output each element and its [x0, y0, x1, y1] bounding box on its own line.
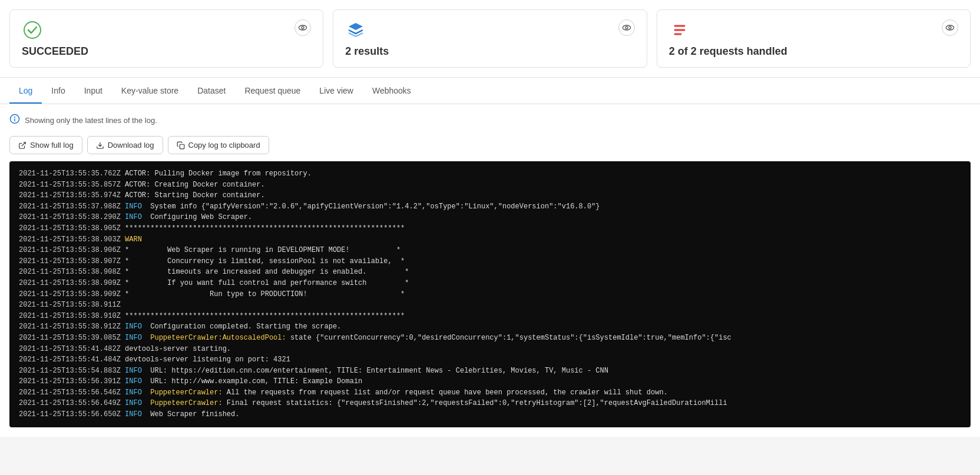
svg-point-9 — [946, 25, 953, 30]
log-line: 2021-11-25T13:55:56.650Z INFO Web Scrape… — [19, 409, 961, 420]
log-actions: Show full log Download log Copy log to c… — [9, 136, 971, 154]
log-line: 2021-11-25T13:55:56.546Z INFO PuppeteerC… — [19, 387, 961, 398]
svg-point-5 — [625, 26, 628, 29]
log-line: 2021-11-25T13:55:37.988Z INFO System inf… — [19, 201, 961, 212]
requests-label: 2 of 2 requests handled — [669, 45, 958, 58]
layers-icon — [345, 19, 366, 41]
info-banner-text: Showing only the latest lines of the log… — [25, 116, 157, 125]
log-line: 2021-11-25T13:55:56.649Z INFO PuppeteerC… — [19, 398, 961, 409]
log-line: 2021-11-25T13:55:54.883Z INFO URL: https… — [19, 366, 961, 377]
tab-dataset[interactable]: Dataset — [188, 78, 235, 104]
log-line: 2021-11-25T13:55:41.484Z devtools-server… — [19, 354, 961, 366]
tab-request-queue[interactable]: Request queue — [235, 78, 310, 104]
svg-marker-3 — [349, 23, 363, 30]
tab-info[interactable]: Info — [42, 78, 74, 104]
log-line: 2021-11-25T13:55:35.857Z ACTOR: Creating… — [19, 180, 961, 191]
log-line: 2021-11-25T13:55:35.762Z ACTOR: Pulling … — [19, 168, 961, 180]
copy-icon — [177, 141, 185, 150]
log-line: 2021-11-25T13:55:38.911Z — [19, 300, 961, 311]
log-line: 2021-11-25T13:55:56.391Z INFO URL: http:… — [19, 376, 961, 387]
log-line: 2021-11-25T13:55:38.907Z * Concurrency i… — [19, 256, 961, 267]
svg-line-14 — [22, 142, 25, 145]
results-label: 2 results — [345, 45, 634, 58]
svg-rect-16 — [180, 144, 184, 149]
svg-point-2 — [302, 26, 304, 29]
status-card: SUCCEEDED — [9, 9, 323, 68]
log-line: 2021-11-25T13:55:38.903Z WARN — [19, 234, 961, 245]
log-line: 2021-11-25T13:55:38.909Z * Run type to P… — [19, 289, 961, 300]
eye-button-status[interactable] — [294, 19, 311, 36]
log-line: 2021-11-25T13:55:38.905Z ***************… — [19, 223, 961, 234]
log-line: 2021-11-25T13:55:39.085Z INFO PuppeteerC… — [19, 333, 961, 344]
tab-log[interactable]: Log — [9, 78, 42, 104]
status-label: SUCCEEDED — [22, 45, 311, 58]
external-link-icon — [18, 141, 27, 150]
tabs-bar: Log Info Input Key-value store Dataset R… — [0, 78, 980, 104]
tab-live-view[interactable]: Live view — [310, 78, 363, 104]
svg-point-0 — [24, 22, 41, 38]
check-circle-icon — [22, 19, 43, 41]
log-line: 2021-11-25T13:55:38.906Z * Web Scraper i… — [19, 245, 961, 256]
list-icon — [669, 19, 690, 41]
download-icon — [96, 141, 104, 150]
log-line: 2021-11-25T13:55:41.482Z devtools-server… — [19, 344, 961, 355]
requests-card: 2 of 2 requests handled — [657, 9, 971, 68]
download-log-button[interactable]: Download log — [87, 136, 163, 154]
tab-input[interactable]: Input — [75, 78, 112, 104]
log-line: 2021-11-25T13:55:38.910Z ***************… — [19, 311, 961, 322]
tab-webhooks[interactable]: Webhooks — [363, 78, 421, 104]
svg-point-10 — [949, 26, 951, 29]
status-cards-container: SUCCEEDED 2 results — [0, 0, 980, 78]
log-section: Showing only the latest lines of the log… — [0, 104, 980, 437]
svg-point-1 — [299, 25, 307, 30]
eye-button-requests[interactable] — [942, 19, 958, 36]
log-line: 2021-11-25T13:55:38.908Z * timeouts are … — [19, 267, 961, 278]
terminal-log[interactable]: 2021-11-25T13:55:35.762Z ACTOR: Pulling … — [9, 161, 971, 427]
log-line: 2021-11-25T13:55:38.909Z * If you want f… — [19, 278, 961, 289]
show-full-log-button[interactable]: Show full log — [9, 136, 82, 154]
svg-point-4 — [623, 25, 630, 30]
eye-button-results[interactable] — [618, 19, 635, 36]
results-card: 2 results — [333, 9, 647, 68]
log-line: 2021-11-25T13:55:38.290Z INFO Configurin… — [19, 212, 961, 223]
copy-log-button[interactable]: Copy log to clipboard — [168, 136, 269, 154]
log-line: 2021-11-25T13:55:38.912Z INFO Configurat… — [19, 321, 961, 333]
tab-key-value-store[interactable]: Key-value store — [112, 78, 188, 104]
info-banner-icon — [9, 114, 20, 127]
info-banner: Showing only the latest lines of the log… — [9, 114, 971, 127]
log-line: 2021-11-25T13:55:35.974Z ACTOR: Starting… — [19, 190, 961, 201]
